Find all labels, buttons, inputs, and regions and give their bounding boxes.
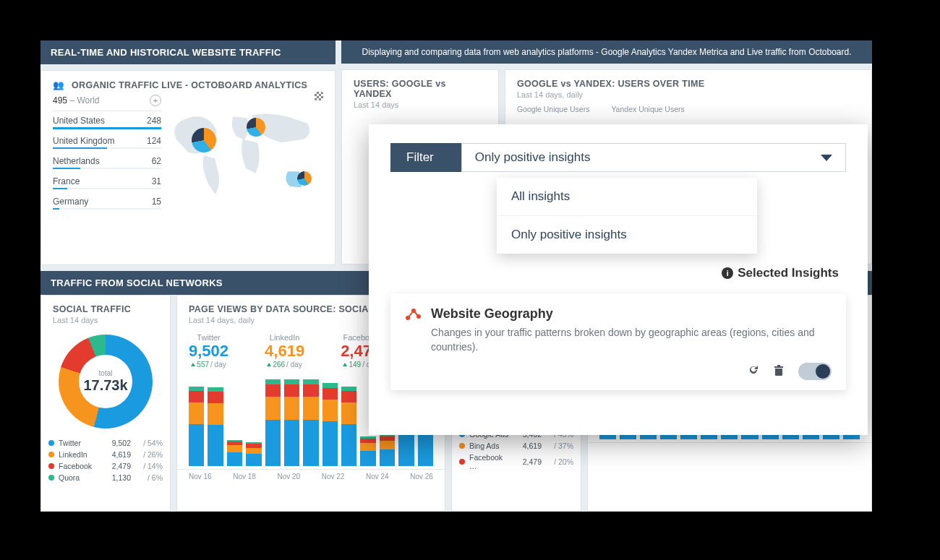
users-gy-title: USERS: GOOGLE vs YANDEX — [342, 70, 498, 100]
transparency-icon — [315, 92, 323, 100]
map-pie-eu[interactable] — [247, 118, 265, 137]
dropdown-option-all[interactable]: All insights — [497, 178, 757, 216]
country-row[interactable]: France31 — [53, 172, 161, 189]
social-traffic-card: SOCIAL TRAFFIC Last 14 days total 17.73k… — [40, 295, 171, 512]
social-title: SOCIAL TRAFFIC — [41, 296, 170, 316]
xlabel: Nov 20 — [278, 473, 301, 481]
series-twitter: Twitter 9,502 557 / day — [189, 333, 228, 369]
insight-card: Website Geography Changes in your traffi… — [390, 293, 846, 390]
donut-total-label: total — [99, 369, 113, 377]
country-list: 495 – World + United States248 United Ki… — [53, 92, 161, 212]
donut-total-value: 17.73k — [83, 377, 127, 394]
xlabel: Nov 18 — [233, 473, 256, 481]
legend-item[interactable]: Twitter9,502/ 54% — [48, 437, 163, 449]
people-icon: 👥 — [53, 80, 64, 90]
social-legend: Twitter9,502/ 54% LinkedIn4,619/ 26% Fac… — [41, 433, 170, 488]
add-country-button[interactable]: + — [150, 95, 161, 106]
social-donut[interactable]: total 17.73k — [59, 335, 153, 428]
users-time-title: GOOGLE vs YANDEX: USERS OVER TIME — [505, 70, 871, 90]
users-gy-sub: Last 14 days — [342, 100, 498, 115]
country-row[interactable]: Netherlands62 — [53, 152, 161, 169]
world-map[interactable] — [168, 92, 323, 212]
map-pie-au[interactable] — [297, 171, 312, 186]
organic-title: 👥 ORGANIC TRAFFIC LIVE - OCTOBOARD ANALY… — [41, 71, 335, 92]
network-icon — [405, 308, 421, 324]
country-row[interactable]: United Kingdom124 — [53, 132, 161, 149]
trash-icon[interactable] — [774, 364, 784, 379]
info-icon[interactable]: i — [722, 267, 733, 279]
social-sub: Last 14 days — [41, 316, 170, 330]
insight-desc: Changes in your traffic patterns broken … — [431, 326, 832, 354]
legend-item[interactable]: Bing Ads4,619/ 37% — [459, 440, 573, 452]
legend-google: Google Unique Users — [517, 105, 589, 113]
xlabel: Nov 16 — [189, 473, 212, 481]
filter-dropdown: All insights Only positive insights — [497, 178, 757, 254]
insights-overlay: Filter Only positive insights All insigh… — [369, 124, 868, 435]
xlabel: Nov 22 — [322, 473, 345, 481]
xlabel: Nov 24 — [366, 473, 389, 481]
map-pie-us[interactable] — [192, 128, 216, 152]
chevron-down-icon — [821, 155, 832, 161]
country-row[interactable]: Germany15 — [53, 192, 161, 210]
insight-toggle[interactable] — [798, 363, 832, 380]
country-row[interactable]: United States248 — [53, 111, 161, 129]
insight-title: Website Geography — [431, 306, 832, 322]
refresh-icon[interactable] — [748, 364, 759, 379]
dropdown-option-positive[interactable]: Only positive insights — [497, 216, 757, 254]
filter-label: Filter — [390, 143, 461, 172]
description-bar: Displaying and comparing data from web a… — [341, 40, 872, 64]
users-time-sub: Last 14 days, daily — [505, 90, 871, 105]
xlabel: Nov 26 — [410, 473, 433, 481]
filter-selected-text: Only positive insights — [475, 150, 591, 165]
legend-item[interactable]: Facebook2,479/ 14% — [48, 460, 163, 472]
legend-item[interactable]: LinkedIn4,619/ 26% — [48, 449, 163, 460]
legend-item[interactable]: Quora1,130/ 6% — [48, 472, 163, 483]
legend-yandex: Yandex Unique Users — [611, 105, 684, 113]
main-title: REAL-TIME AND HISTORICAL WEBSITE TRAFFIC — [40, 40, 336, 64]
organic-traffic-card: 👥 ORGANIC TRAFFIC LIVE - OCTOBOARD ANALY… — [40, 70, 336, 265]
series-linkedin: LinkedIn 4,619 266 / day — [265, 333, 304, 369]
legend-item[interactable]: Facebook …2,479/ 20% — [459, 452, 573, 472]
filter-select[interactable]: Only positive insights — [461, 143, 846, 172]
